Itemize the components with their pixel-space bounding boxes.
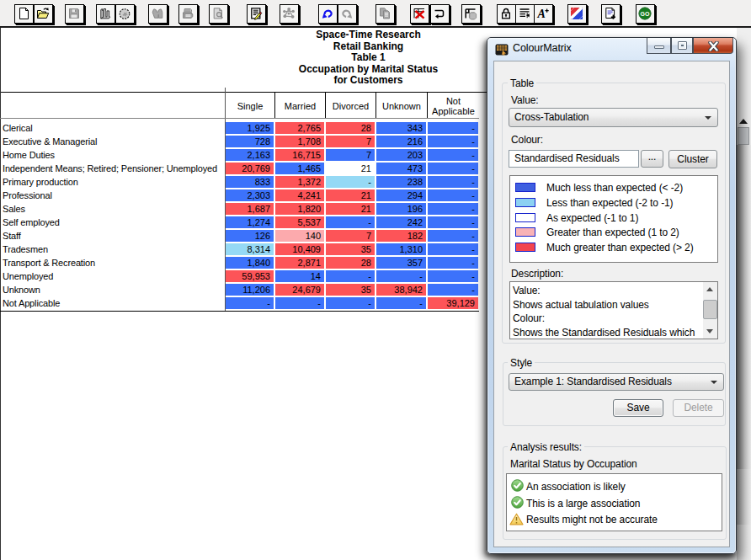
svg-text:GO: GO xyxy=(641,11,650,17)
svg-text:A: A xyxy=(537,8,546,20)
